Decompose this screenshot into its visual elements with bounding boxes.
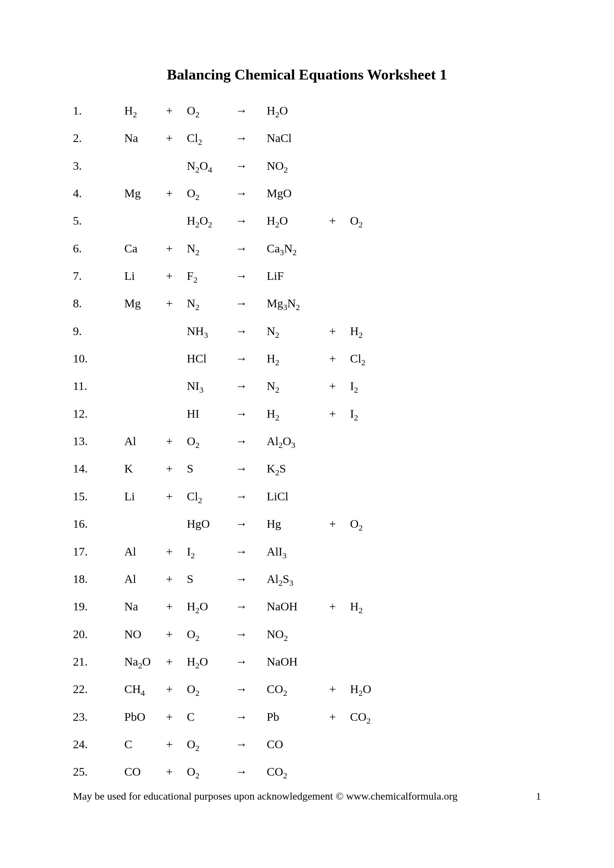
equation-number: 24. xyxy=(73,738,124,752)
equation-row: 23.PbO+C→Pb+CO2 xyxy=(73,710,541,725)
plus-2: + xyxy=(329,600,350,614)
equation-number: 8. xyxy=(73,296,124,311)
product-1: NaOH xyxy=(267,655,329,669)
product-1: Mg3N2 xyxy=(267,296,329,312)
reactant-2: N2 xyxy=(187,242,236,257)
reactant-1: Mg xyxy=(124,296,166,311)
arrow-icon: → xyxy=(236,738,267,752)
product-1: Pb xyxy=(267,710,329,724)
product-1: CO2 xyxy=(267,682,329,698)
product-1: AlI3 xyxy=(267,545,329,560)
product-1: MgO xyxy=(267,186,329,201)
equation-row: 4.Mg+O2→MgO xyxy=(73,186,541,202)
plus-1: + xyxy=(166,242,187,256)
equation-number: 23. xyxy=(73,710,124,724)
reactant-2: C xyxy=(187,710,236,724)
reactant-2: O2 xyxy=(187,682,236,698)
reactant-1: Na xyxy=(124,131,166,146)
product-2: H2 xyxy=(350,324,392,340)
arrow-icon: → xyxy=(236,517,267,531)
equation-row: 25.CO+O2→CO2 xyxy=(73,765,541,781)
equation-row: 10.HCl→H2+Cl2 xyxy=(73,352,541,367)
plus-2: + xyxy=(329,517,350,531)
product-1: NaOH xyxy=(267,600,329,614)
plus-1: + xyxy=(166,269,187,283)
product-2: H2O xyxy=(350,682,392,698)
equation-row: 17.Al+I2→AlI3 xyxy=(73,545,541,560)
product-1: Al2S3 xyxy=(267,572,329,588)
product-1: LiF xyxy=(267,269,329,283)
equation-number: 4. xyxy=(73,186,124,201)
reactant-1: Na xyxy=(124,600,166,614)
reactant-2: Cl2 xyxy=(187,490,236,505)
plus-1: + xyxy=(166,104,187,118)
product-1: Ca3N2 xyxy=(267,242,329,257)
arrow-icon: → xyxy=(236,628,267,642)
product-1: N2 xyxy=(267,324,329,340)
equation-number: 25. xyxy=(73,765,124,779)
arrow-icon: → xyxy=(236,407,267,421)
equation-row: 9.NH3→N2+H2 xyxy=(73,324,541,340)
reactant-2: HI xyxy=(187,407,236,421)
reactant-2: F2 xyxy=(187,269,236,285)
product-1: H2O xyxy=(267,214,329,229)
equation-row: 18.Al+S→Al2S3 xyxy=(73,572,541,588)
plus-2: + xyxy=(329,407,350,421)
reactant-2: O2 xyxy=(187,628,236,643)
plus-1: + xyxy=(166,710,187,724)
plus-2: + xyxy=(329,324,350,338)
product-2: O2 xyxy=(350,214,392,229)
reactant-1: H2 xyxy=(124,104,166,119)
arrow-icon: → xyxy=(236,104,267,118)
reactant-2: HgO xyxy=(187,517,236,531)
reactant-2: Cl2 xyxy=(187,131,236,147)
equation-row: 8.Mg+N2→Mg3N2 xyxy=(73,296,541,312)
reactant-2: H2O xyxy=(187,655,236,670)
arrow-icon: → xyxy=(236,186,267,201)
equation-number: 21. xyxy=(73,655,124,669)
equation-number: 1. xyxy=(73,104,124,118)
reactant-2: O2 xyxy=(187,434,236,450)
reactant-2: I2 xyxy=(187,545,236,560)
reactant-1: C xyxy=(124,738,166,752)
reactant-1: Ca xyxy=(124,242,166,256)
reactant-1: Li xyxy=(124,269,166,283)
page-title: Balancing Chemical Equations Worksheet 1 xyxy=(73,66,541,83)
plus-1: + xyxy=(166,490,187,504)
product-1: CO2 xyxy=(267,765,329,781)
plus-1: + xyxy=(166,186,187,201)
arrow-icon: → xyxy=(236,765,267,779)
plus-1: + xyxy=(166,545,187,559)
product-1: LiCl xyxy=(267,490,329,504)
product-2: Cl2 xyxy=(350,352,392,367)
plus-2: + xyxy=(329,682,350,696)
reactant-2: H2O xyxy=(187,600,236,615)
product-2: CO2 xyxy=(350,710,392,725)
equation-row: 22.CH4+O2→CO2+H2O xyxy=(73,682,541,698)
plus-2: + xyxy=(329,214,350,228)
reactant-2: N2 xyxy=(187,296,236,312)
worksheet-page: Balancing Chemical Equations Worksheet 1… xyxy=(0,0,614,868)
arrow-icon: → xyxy=(236,462,267,476)
arrow-icon: → xyxy=(236,379,267,394)
reactant-2: H2O2 xyxy=(187,214,236,229)
equation-row: 21.Na2O+H2O→NaOH xyxy=(73,655,541,670)
arrow-icon: → xyxy=(236,434,267,449)
equation-row: 3.N2O4→NO2 xyxy=(73,159,541,175)
equation-row: 1.H2+O2→H2O xyxy=(73,104,541,119)
reactant-2: HCl xyxy=(187,352,236,366)
equation-number: 5. xyxy=(73,214,124,228)
reactant-2: O2 xyxy=(187,186,236,202)
product-2: I2 xyxy=(350,379,392,395)
equation-number: 20. xyxy=(73,628,124,642)
product-2: I2 xyxy=(350,407,392,423)
plus-1: + xyxy=(166,655,187,669)
plus-2: + xyxy=(329,379,350,394)
equation-number: 13. xyxy=(73,434,124,449)
plus-1: + xyxy=(166,296,187,311)
reactant-1: Al xyxy=(124,572,166,586)
arrow-icon: → xyxy=(236,242,267,256)
equation-row: 11.NI3→N2+I2 xyxy=(73,379,541,395)
product-1: H2 xyxy=(267,352,329,367)
equation-row: 16.HgO→Hg+O2 xyxy=(73,517,541,533)
